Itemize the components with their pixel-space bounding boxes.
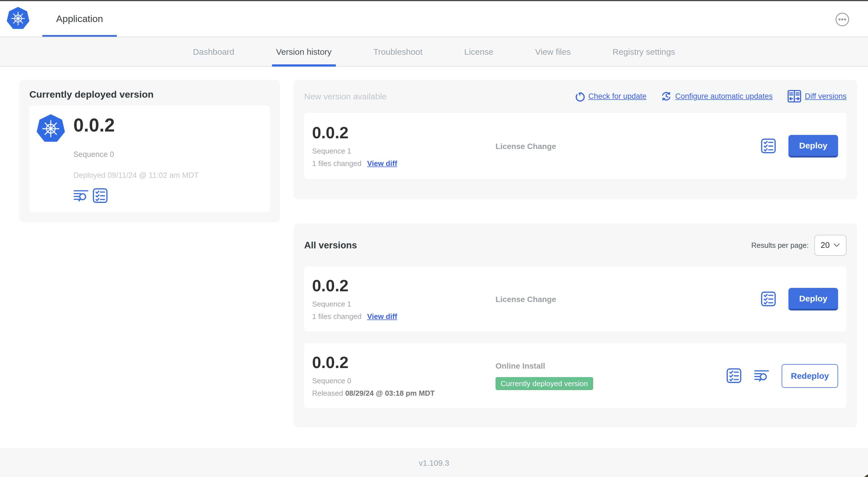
files-changed-label: 1 files changed: [312, 312, 362, 321]
all-versions-title: All versions: [304, 240, 357, 250]
tab-dashboard[interactable]: Dashboard: [193, 37, 235, 66]
tab-view-files[interactable]: View files: [535, 37, 571, 66]
diff-versions-link[interactable]: Diff versions: [787, 90, 846, 103]
preflight-checklist-icon[interactable]: [761, 138, 776, 153]
app-footer: v1.109.3: [0, 448, 868, 477]
check-for-update-link[interactable]: Check for update: [575, 91, 647, 101]
deploy-logs-icon[interactable]: [754, 369, 769, 383]
app-header: Application: [0, 1, 868, 37]
kubernetes-logo-icon: [7, 7, 29, 29]
tab-troubleshoot[interactable]: Troubleshoot: [373, 37, 423, 66]
diff-icon: [787, 90, 801, 103]
new-version-card: 0.0.2 Sequence 1 1 files changed View di…: [304, 113, 846, 179]
version-row: 0.0.2 Sequence 0 Released 08/29/24 @ 03:…: [304, 343, 846, 408]
console-version: v1.109.3: [419, 458, 449, 467]
version-source-label: Online Install: [496, 361, 726, 370]
currently-deployed-title: Currently deployed version: [29, 89, 154, 100]
new-version-panel: New version available Check for update: [293, 80, 857, 199]
preflight-checklist-icon[interactable]: [726, 368, 742, 383]
view-diff-link[interactable]: View diff: [367, 159, 397, 168]
preflight-checklist-icon[interactable]: [93, 188, 108, 203]
preflight-checklist-icon[interactable]: [761, 291, 776, 306]
currently-deployed-badge: Currently deployed version: [496, 377, 593, 390]
version-source-label: License Change: [496, 141, 761, 150]
version-row: 0.0.2 Sequence 1 1 files changed View di…: [304, 266, 846, 331]
tab-registry-settings[interactable]: Registry settings: [613, 37, 675, 66]
version-number: 0.0.2: [312, 354, 496, 371]
version-source-label: License Change: [496, 294, 761, 303]
version-sequence: Sequence 1: [312, 147, 496, 155]
current-version-number: 0.0.2: [73, 115, 115, 136]
view-diff-link[interactable]: View diff: [367, 312, 397, 321]
version-sequence: Sequence 0: [312, 377, 496, 385]
app-navbar: Dashboard Version history Troubleshoot L…: [0, 37, 868, 67]
version-number: 0.0.2: [312, 124, 496, 141]
currently-deployed-card: 0.0.2 Sequence 0 Deployed 09/11/24 @ 11:…: [29, 106, 270, 212]
deploy-logs-icon[interactable]: [73, 189, 89, 202]
results-per-page-select[interactable]: 20: [814, 235, 846, 256]
more-menu-button[interactable]: [835, 12, 849, 27]
refresh-icon: [575, 91, 585, 101]
current-version-deployed-at: Deployed 09/11/24 @ 11:02 am MDT: [73, 171, 199, 180]
files-changed-label: 1 files changed: [312, 159, 362, 168]
tab-version-history[interactable]: Version history: [276, 37, 332, 66]
chevron-down-icon: [834, 243, 840, 247]
app-tab-application[interactable]: Application: [42, 1, 117, 37]
results-per-page-label: Results per page:: [751, 241, 809, 249]
kots-admin-console: Application Dashboard Version history Tr…: [0, 0, 868, 477]
redeploy-button[interactable]: Redeploy: [782, 364, 838, 388]
currently-deployed-panel: Currently deployed version: [19, 80, 280, 222]
version-released-at: Released 08/29/24 @ 03:18 pm MDT: [312, 389, 496, 397]
ellipsis-icon: [835, 12, 849, 27]
tab-license[interactable]: License: [464, 37, 493, 66]
version-sequence: Sequence 1: [312, 300, 496, 308]
results-per-page-value: 20: [820, 240, 830, 249]
current-version-sequence: Sequence 0: [73, 150, 114, 159]
deploy-button[interactable]: Deploy: [788, 135, 838, 157]
deploy-button[interactable]: Deploy: [788, 288, 838, 310]
all-versions-panel: All versions Results per page: 20 0.0.2 …: [293, 223, 857, 427]
configure-automatic-updates-link[interactable]: Configure automatic updates: [661, 91, 773, 101]
new-version-title: New version available: [304, 91, 386, 101]
version-number: 0.0.2: [312, 277, 496, 294]
kubernetes-logo-icon: [37, 114, 65, 142]
clock-refresh-icon: [661, 91, 672, 101]
